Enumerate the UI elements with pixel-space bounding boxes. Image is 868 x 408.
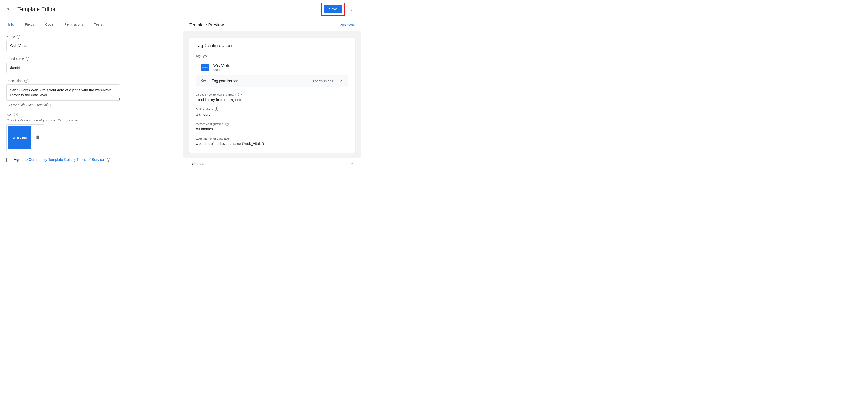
agree-checkbox[interactable] (6, 158, 11, 162)
icon-label: Icon (6, 113, 12, 116)
config-value: Load library from unpkg.com (196, 98, 348, 102)
tab-info[interactable]: Info (3, 18, 20, 30)
help-icon[interactable]: ? (225, 122, 229, 126)
help-icon[interactable]: ? (106, 158, 110, 162)
tag-type-brand: demirj (213, 68, 230, 71)
close-button[interactable] (5, 6, 11, 12)
tab-code[interactable]: Code (40, 18, 59, 30)
tab-fields[interactable]: Fields (20, 18, 40, 30)
more-vert-icon (349, 7, 353, 11)
brand-label: Brand name (6, 57, 24, 61)
more-menu-button[interactable] (347, 5, 356, 14)
config-label: Metrics configuration? (196, 122, 348, 126)
config-value: Standard (196, 112, 348, 116)
config-item: Build options?Standard (196, 107, 348, 116)
help-icon[interactable]: ? (24, 79, 28, 83)
config-value: Use predefined event name ("web_vitals") (196, 142, 348, 146)
icon-hint: Select only images that you have the rig… (6, 118, 176, 122)
tag-permissions-row[interactable]: Tag permissions 3 permissions (196, 75, 348, 87)
preview-title: Template Preview (189, 23, 339, 28)
tab-permissions[interactable]: Permissions (59, 18, 89, 30)
trash-icon (35, 135, 40, 140)
perm-count: 3 permissions (312, 79, 333, 83)
run-code-button[interactable]: Run Code (339, 23, 355, 27)
delete-icon-button[interactable] (35, 135, 40, 141)
name-input[interactable] (6, 40, 120, 51)
tag-type-label: Tag Type (196, 54, 348, 58)
tag-type-icon: Web Vitals (201, 64, 209, 71)
config-value: All metrics (196, 127, 348, 131)
agree-label: Agree to Community Template Gallery Term… (14, 158, 104, 162)
config-label: Build options? (196, 107, 348, 111)
config-item: Event name for data layer?Use predefined… (196, 137, 348, 146)
key-icon (201, 78, 206, 84)
perm-label: Tag permissions (212, 79, 306, 83)
help-icon[interactable]: ? (14, 113, 18, 116)
config-label: Event name for data layer? (196, 137, 348, 140)
help-icon[interactable]: ? (238, 93, 242, 96)
config-item: Metrics configuration?All metrics (196, 122, 348, 131)
save-highlight: Save (321, 2, 345, 15)
tab-tests[interactable]: Tests (89, 18, 108, 30)
help-icon[interactable]: ? (232, 137, 236, 140)
help-icon[interactable]: ? (17, 35, 21, 39)
agree-prefix: Agree to (14, 158, 29, 162)
config-label: Choose how to load the library? (196, 93, 348, 96)
tag-type-row: Web Vitals Web Vitals demirj (196, 60, 348, 75)
tag-config-card: Tag Configuration Tag Type Web Vitals We… (189, 38, 355, 153)
name-label: Name (6, 35, 15, 39)
chevron-up-icon (350, 161, 355, 166)
help-icon[interactable]: ? (215, 107, 218, 111)
description-label: Description (6, 79, 23, 83)
save-button[interactable]: Save (324, 5, 342, 13)
icon-thumbnail: Web Vitals (8, 126, 31, 149)
console-title: Console (189, 162, 350, 166)
tag-type-name: Web Vitals (213, 63, 230, 67)
description-input[interactable] (6, 84, 120, 101)
brand-input[interactable] (6, 63, 120, 73)
close-icon (6, 7, 10, 11)
terms-link[interactable]: Community Template Gallery Terms of Serv… (29, 158, 104, 162)
config-item: Choose how to load the library?Load libr… (196, 93, 348, 102)
help-icon[interactable]: ? (26, 57, 29, 61)
page-title: Template Editor (18, 6, 321, 12)
expand-console-button[interactable] (350, 161, 355, 167)
card-title: Tag Configuration (196, 43, 348, 48)
char-count: 111/200 characters remaining (6, 103, 176, 107)
chevron-right-icon (339, 78, 343, 83)
icon-preview-box: Web Vitals (6, 124, 44, 151)
